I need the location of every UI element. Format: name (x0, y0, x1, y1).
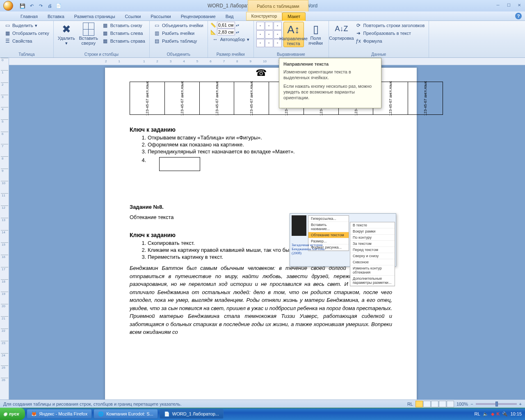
heading-key1: Ключ к заданию (130, 126, 392, 133)
close-button[interactable]: ✕ (515, 2, 523, 8)
tab-table-design[interactable]: Конструктор (246, 12, 283, 21)
convert-to-text-button[interactable]: ➜Преобразовать в текст (354, 30, 427, 37)
repeat-headers-button[interactable]: ⟳Повторить строки заголовков (354, 22, 427, 29)
group-cell-size: Размер ячейки (210, 51, 251, 57)
col-width-input[interactable]: 📐▴▾ (210, 29, 251, 35)
tray-volume-icon[interactable]: 🔈 (483, 411, 488, 417)
document-viewport[interactable]: 2112345678910111213141516 ☎ 123-45-67 ан… (9, 58, 525, 399)
status-bar: Для создания таблицы и рисования строк, … (0, 399, 525, 408)
movie-thumbnail (292, 215, 306, 236)
qat-preview-icon[interactable]: 📄 (55, 2, 62, 9)
qat-undo-icon[interactable]: ↶ (28, 2, 35, 9)
tab-home[interactable]: Главная (16, 13, 43, 21)
horizontal-ruler: 2112345678910111213141516 (9, 58, 525, 65)
tray-device-icon[interactable]: 🔌 (502, 411, 508, 417)
work-area: 0123456789101112131415161718192021222324… (0, 58, 525, 399)
group-merge: Объединить (152, 51, 205, 57)
context-tab-group: Работа с таблицами (248, 0, 308, 11)
autofit-button[interactable]: ↔Автоподбор ▾ (210, 36, 251, 43)
group-alignment: Выравнивание (256, 51, 326, 57)
split-table-button[interactable]: ▤Разбить таблицу (152, 37, 205, 45)
empty-cell[interactable] (159, 157, 200, 171)
split-cells-button[interactable]: ▥Разбить ячейки (152, 30, 205, 37)
taskbar-chrome[interactable]: 🌐 Компания Eurodot: S... (94, 409, 158, 419)
group-table: Таблица (2, 51, 51, 57)
system-tray[interactable]: RL 🔈 ◆ K 🔌 10:15 (474, 411, 525, 417)
qat-print-icon[interactable]: 🖨 (46, 2, 53, 9)
text-direction-button[interactable]: A↕Направление текста (283, 22, 304, 47)
alignment-grid[interactable]: ••••••••• (256, 22, 282, 47)
zoom-slider[interactable] (476, 403, 517, 405)
ribbon-tabs: Главная Вставка Разметка страницы Ссылки… (0, 11, 525, 21)
group-data: Данные (331, 51, 427, 57)
delete-button[interactable]: ✖Удалить ▾ (56, 22, 77, 46)
tray-kaspersky-icon[interactable]: K (497, 411, 500, 416)
zoom-level[interactable]: 100% (457, 402, 468, 406)
view-buttons[interactable] (415, 401, 454, 407)
cell-margins-button[interactable]: ▯Поля ячейки (306, 22, 326, 46)
zoom-in-icon[interactable]: + (519, 402, 522, 406)
quick-access-toolbar: 💾 ↶ ↷ 🖨 📄 (19, 2, 62, 9)
row-height-input[interactable]: 📏▴▾ (210, 22, 251, 28)
status-message: Для создания таблицы и рисования строк, … (3, 402, 182, 406)
start-button[interactable]: ◉ пуск (0, 408, 25, 420)
group-rows-cols: Строки и столбцы (56, 51, 147, 57)
heading-task8: Задание №8. (130, 204, 392, 210)
taskbar-firefox[interactable]: 🦊 Яндекс - Mozilla Firefox (27, 409, 92, 419)
tray-shield-icon[interactable]: ◆ (491, 411, 494, 417)
tab-mailings[interactable]: Рассылки (146, 13, 176, 21)
sort-button[interactable]: A↓ZСортировка (331, 22, 352, 41)
list-key1: Открываем вставку «Таблица» или «Фигуры»… (148, 135, 392, 171)
tooltip-text-direction: Направление текста Изменение ориентации … (279, 58, 381, 108)
tab-view[interactable]: Вид (221, 13, 239, 21)
insert-left-button[interactable]: ▦Вставить слева (100, 30, 147, 37)
gridlines-button[interactable]: ▦Отобразить сетку (2, 30, 51, 37)
taskbar-word[interactable]: 📄 WORD_1 Лаборатор... (160, 409, 224, 419)
office-button[interactable] (0, 0, 16, 11)
taskbar: ◉ пуск 🦊 Яндекс - Mozilla Firefox 🌐 Комп… (0, 408, 525, 420)
zoom-out-icon[interactable]: − (470, 402, 473, 406)
tab-review[interactable]: Рецензирование (176, 13, 221, 21)
help-icon[interactable]: ? (515, 13, 522, 19)
qat-redo-icon[interactable]: ↷ (37, 2, 44, 9)
vertical-ruler: 0123456789101112131415161718192021222324… (0, 58, 9, 399)
tray-clock[interactable]: 10:15 (510, 411, 522, 416)
insert-right-button[interactable]: ▦Вставить справа (100, 37, 147, 45)
tab-insert[interactable]: Вставка (43, 13, 69, 21)
movie-caption: Загадочная история Бенджамина Баттона (2… (292, 243, 329, 256)
tray-language[interactable]: RL (474, 411, 480, 416)
tab-page-layout[interactable]: Разметка страницы (69, 13, 120, 21)
minimize-button[interactable]: ─ (494, 2, 502, 8)
wrap-submenu: В текстеВокруг рамки По контуруЗа тексто… (350, 222, 395, 286)
merge-cells-button[interactable]: ▭Объединить ячейки (152, 22, 205, 29)
properties-button[interactable]: ☰Свойства (2, 37, 51, 45)
embedded-screenshot: Гиперссылка...Вставить название... Обтек… (290, 213, 396, 267)
select-button[interactable]: ▭Выделить ▾ (2, 22, 51, 29)
status-language[interactable]: RL (407, 402, 413, 406)
insert-below-button[interactable]: ▦Вставить снизу (100, 22, 147, 29)
tab-references[interactable]: Ссылки (120, 13, 146, 21)
formula-button[interactable]: ƒxФормула (354, 37, 427, 45)
qat-save-icon[interactable]: 💾 (19, 2, 26, 9)
insert-above-button[interactable]: Вставить сверху (78, 22, 99, 46)
document-page[interactable]: ☎ 123-45-67 англ.язык123-45-67 англ.язык… (105, 68, 417, 399)
ribbon: ▭Выделить ▾ ▦Отобразить сетку ☰Свойства … (0, 21, 525, 58)
maximize-button[interactable]: ☐ (504, 2, 513, 8)
tab-table-layout[interactable]: Макет (282, 12, 306, 21)
title-bar: 💾 ↶ ↷ 🖨 📄 WORD_1 Лабораторная работа - M… (0, 0, 525, 11)
